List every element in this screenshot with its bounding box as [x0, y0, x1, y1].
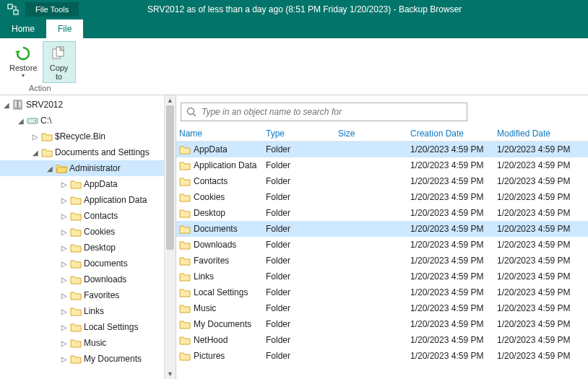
- tree-item[interactable]: ▷Desktop: [0, 240, 164, 256]
- table-row[interactable]: DocumentsFolder1/20/2023 4:59 PM1/20/202…: [176, 221, 588, 237]
- expander-icon[interactable]: ▷: [59, 355, 69, 363]
- table-row[interactable]: FavoritesFolder1/20/2023 4:59 PM1/20/202…: [176, 253, 588, 269]
- tree-label: $Recycle.Bin: [55, 131, 105, 141]
- table-row[interactable]: DesktopFolder1/20/2023 4:59 PM1/20/2023 …: [176, 205, 588, 221]
- tree-item[interactable]: ▷ $Recycle.Bin: [0, 128, 164, 144]
- tree-drive[interactable]: ◢ C:\: [0, 113, 164, 128]
- expander-icon[interactable]: ▷: [59, 339, 69, 347]
- column-size[interactable]: Size: [335, 128, 407, 139]
- folder-icon: [179, 160, 191, 170]
- table-row[interactable]: CookiesFolder1/20/2023 4:59 PM1/20/2023 …: [176, 189, 588, 205]
- table-row[interactable]: My DocumentsFolder1/20/2023 4:59 PM1/20/…: [176, 316, 588, 332]
- expander-icon[interactable]: ▷: [59, 292, 69, 300]
- tree-item[interactable]: ▷Contacts: [0, 208, 164, 224]
- expander-icon[interactable]: ▷: [59, 228, 69, 236]
- tree-item[interactable]: ▷AppData: [0, 176, 164, 192]
- cell-creation-date: 1/20/2023 4:59 PM: [407, 271, 494, 282]
- svg-rect-1: [14, 10, 18, 14]
- column-modified-date[interactable]: Modified Date: [494, 128, 581, 139]
- folder-icon: [179, 287, 191, 297]
- folder-icon: [69, 258, 82, 269]
- tree-label: Desktop: [84, 243, 116, 253]
- tree-root[interactable]: ◢ SRV2012: [0, 97, 164, 113]
- tree-item[interactable]: ▷Favorites: [0, 287, 164, 303]
- copy-to-button[interactable]: Copy to: [43, 41, 76, 83]
- file-name: Cookies: [194, 192, 225, 202]
- folder-icon: [179, 240, 191, 250]
- tree-item[interactable]: ▷My Documents: [0, 351, 164, 367]
- cell-modified-date: 1/20/2023 4:59 PM: [494, 144, 581, 154]
- cell-type: Folder: [263, 303, 335, 313]
- restore-button[interactable]: Restore ▾: [4, 41, 43, 83]
- expander-icon[interactable]: ◢: [30, 149, 40, 157]
- file-name: Links: [194, 271, 214, 282]
- expander-icon[interactable]: ▷: [59, 323, 69, 331]
- cell-modified-date: 1/20/2023 4:59 PM: [494, 160, 581, 170]
- tree-item[interactable]: ◢ Documents and Settings: [0, 144, 164, 160]
- expander-icon[interactable]: ▷: [59, 244, 69, 252]
- folder-icon: [179, 176, 191, 186]
- scrollbar-vertical[interactable]: ▲ ▼: [164, 95, 176, 379]
- expander-icon[interactable]: ◢: [45, 165, 55, 173]
- folder-icon: [179, 303, 191, 313]
- tree-label: Contacts: [84, 211, 118, 221]
- expander-icon[interactable]: ▷: [59, 308, 69, 315]
- tree-item[interactable]: ▷Links: [0, 303, 164, 319]
- cell-type: Folder: [263, 144, 335, 154]
- tree-item[interactable]: ▷Documents: [0, 256, 164, 271]
- tree-item[interactable]: ▷Music: [0, 335, 164, 351]
- cell-modified-date: 1/20/2023 4:59 PM: [494, 208, 581, 218]
- scroll-down-icon[interactable]: ▼: [165, 369, 176, 379]
- scroll-up-icon[interactable]: ▲: [165, 95, 176, 105]
- svg-rect-0: [8, 4, 12, 9]
- table-row[interactable]: LinksFolder1/20/2023 4:59 PM1/20/2023 4:…: [176, 269, 588, 284]
- tab-file[interactable]: File: [46, 19, 83, 38]
- expander-icon[interactable]: ◢: [16, 117, 26, 125]
- table-row[interactable]: MusicFolder1/20/2023 4:59 PM1/20/2023 4:…: [176, 300, 588, 316]
- folder-icon: [69, 211, 82, 221]
- tree[interactable]: ◢ SRV2012 ◢ C:\ ▷ $Recycle.Bin ◢ Documen…: [0, 95, 164, 379]
- chevron-down-icon: ▾: [22, 72, 25, 79]
- server-icon: [12, 100, 25, 110]
- file-name: Local Settings: [194, 287, 248, 297]
- table-row[interactable]: Local SettingsFolder1/20/2023 4:59 PM1/2…: [176, 284, 588, 300]
- content-pane: Name Type Size Creation Date Modified Da…: [176, 95, 588, 379]
- tree-item-selected[interactable]: ◢ Administrator: [0, 160, 164, 176]
- table-row[interactable]: PicturesFolder1/20/2023 4:59 PM1/20/2023…: [176, 348, 588, 364]
- column-creation-date[interactable]: Creation Date: [407, 128, 494, 139]
- expander-icon[interactable]: ◢: [1, 101, 12, 109]
- folder-icon: [69, 322, 82, 332]
- tree-label: C:\: [40, 116, 51, 126]
- cell-creation-date: 1/20/2023 4:59 PM: [407, 176, 494, 186]
- column-type[interactable]: Type: [263, 128, 335, 139]
- tree-item[interactable]: ▷Local Settings: [0, 319, 164, 335]
- expander-icon[interactable]: ▷: [59, 180, 69, 188]
- folder-icon: [69, 274, 82, 284]
- table-row[interactable]: NetHoodFolder1/20/2023 4:59 PM1/20/2023 …: [176, 332, 588, 348]
- column-name[interactable]: Name: [176, 128, 263, 139]
- folder-icon: [69, 227, 82, 237]
- table-row[interactable]: ContactsFolder1/20/2023 4:59 PM1/20/2023…: [176, 173, 588, 189]
- expander-icon[interactable]: ▷: [59, 260, 69, 268]
- tree-label: Links: [84, 306, 104, 316]
- search-input[interactable]: [202, 107, 462, 117]
- expander-icon[interactable]: ▷: [59, 196, 69, 204]
- folder-icon: [69, 306, 82, 316]
- file-name: Favorites: [194, 256, 229, 266]
- file-name: Downloads: [194, 240, 236, 250]
- expander-icon[interactable]: ▷: [59, 212, 69, 220]
- tree-item[interactable]: ▷Application Data: [0, 192, 164, 208]
- tree-item[interactable]: ▷Downloads: [0, 271, 164, 287]
- expander-icon[interactable]: ▷: [59, 276, 69, 284]
- expander-icon[interactable]: ▷: [30, 133, 40, 141]
- table-row[interactable]: AppDataFolder1/20/2023 4:59 PM1/20/2023 …: [176, 141, 588, 157]
- table-row[interactable]: DownloadsFolder1/20/2023 4:59 PM1/20/202…: [176, 237, 588, 253]
- table-row[interactable]: Application DataFolder1/20/2023 4:59 PM1…: [176, 157, 588, 173]
- tab-home[interactable]: Home: [0, 19, 46, 38]
- search-box[interactable]: [181, 103, 467, 121]
- tree-item[interactable]: ▷Cookies: [0, 224, 164, 240]
- scroll-thumb[interactable]: [166, 105, 174, 250]
- ribbon-group-label: Action: [4, 83, 76, 93]
- folder-icon: [179, 144, 191, 154]
- tree-label: SRV2012: [26, 100, 63, 110]
